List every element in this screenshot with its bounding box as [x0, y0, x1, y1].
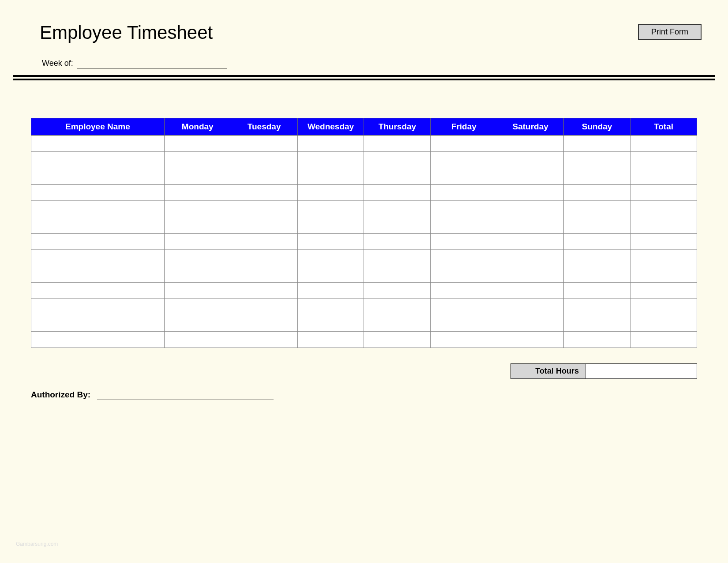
cell-input[interactable]: [366, 332, 428, 348]
cell-input[interactable]: [33, 299, 162, 315]
cell-input[interactable]: [366, 201, 428, 217]
cell-input[interactable]: [233, 152, 296, 168]
cell-input[interactable]: [499, 152, 562, 168]
cell-input[interactable]: [33, 168, 162, 184]
cell-input[interactable]: [233, 185, 296, 200]
cell-input[interactable]: [366, 283, 428, 299]
cell-input[interactable]: [233, 266, 296, 282]
cell-input[interactable]: [166, 332, 229, 348]
cell-input[interactable]: [432, 234, 495, 249]
cell-input[interactable]: [33, 283, 162, 299]
cell-input[interactable]: [33, 201, 162, 217]
cell-input[interactable]: [233, 283, 296, 299]
cell-input[interactable]: [300, 332, 362, 348]
cell-input[interactable]: [366, 234, 428, 249]
cell-input[interactable]: [366, 217, 428, 233]
cell-input[interactable]: [166, 217, 229, 233]
cell-input[interactable]: [499, 299, 562, 315]
cell-input[interactable]: [632, 332, 695, 348]
cell-input[interactable]: [366, 266, 428, 282]
cell-input[interactable]: [499, 250, 562, 266]
cell-input[interactable]: [33, 152, 162, 168]
cell-input[interactable]: [300, 136, 362, 151]
cell-input[interactable]: [499, 266, 562, 282]
cell-input[interactable]: [300, 234, 362, 249]
cell-input[interactable]: [33, 217, 162, 233]
cell-input[interactable]: [366, 185, 428, 200]
cell-input[interactable]: [632, 250, 695, 266]
cell-input[interactable]: [300, 201, 362, 217]
cell-input[interactable]: [499, 185, 562, 200]
cell-input[interactable]: [233, 299, 296, 315]
cell-input[interactable]: [366, 152, 428, 168]
cell-input[interactable]: [366, 250, 428, 266]
authorized-by-input[interactable]: [97, 390, 274, 400]
cell-input[interactable]: [166, 299, 229, 315]
cell-input[interactable]: [166, 266, 229, 282]
cell-input[interactable]: [233, 315, 296, 331]
cell-input[interactable]: [499, 283, 562, 299]
cell-input[interactable]: [233, 234, 296, 249]
cell-input[interactable]: [499, 234, 562, 249]
cell-input[interactable]: [566, 168, 628, 184]
cell-input[interactable]: [300, 315, 362, 331]
cell-input[interactable]: [632, 299, 695, 315]
cell-input[interactable]: [432, 266, 495, 282]
cell-input[interactable]: [166, 185, 229, 200]
cell-input[interactable]: [300, 283, 362, 299]
cell-input[interactable]: [33, 234, 162, 249]
cell-input[interactable]: [432, 185, 495, 200]
cell-input[interactable]: [432, 283, 495, 299]
cell-input[interactable]: [233, 201, 296, 217]
cell-input[interactable]: [432, 299, 495, 315]
cell-input[interactable]: [166, 315, 229, 331]
print-form-button[interactable]: Print Form: [638, 24, 702, 40]
cell-input[interactable]: [566, 201, 628, 217]
cell-input[interactable]: [300, 266, 362, 282]
cell-input[interactable]: [33, 136, 162, 151]
cell-input[interactable]: [499, 201, 562, 217]
cell-input[interactable]: [233, 332, 296, 348]
cell-input[interactable]: [432, 250, 495, 266]
cell-input[interactable]: [166, 152, 229, 168]
cell-input[interactable]: [566, 152, 628, 168]
cell-input[interactable]: [233, 250, 296, 266]
cell-input[interactable]: [233, 168, 296, 184]
cell-input[interactable]: [632, 315, 695, 331]
cell-input[interactable]: [566, 266, 628, 282]
cell-input[interactable]: [632, 201, 695, 217]
total-hours-input[interactable]: [590, 367, 692, 376]
cell-input[interactable]: [499, 136, 562, 151]
cell-input[interactable]: [632, 266, 695, 282]
cell-input[interactable]: [499, 168, 562, 184]
cell-input[interactable]: [366, 315, 428, 331]
cell-input[interactable]: [566, 185, 628, 200]
cell-input[interactable]: [566, 217, 628, 233]
cell-input[interactable]: [432, 217, 495, 233]
cell-input[interactable]: [566, 332, 628, 348]
cell-input[interactable]: [632, 234, 695, 249]
cell-input[interactable]: [566, 315, 628, 331]
cell-input[interactable]: [166, 234, 229, 249]
cell-input[interactable]: [233, 136, 296, 151]
cell-input[interactable]: [33, 185, 162, 200]
cell-input[interactable]: [166, 168, 229, 184]
cell-input[interactable]: [33, 315, 162, 331]
cell-input[interactable]: [166, 136, 229, 151]
cell-input[interactable]: [166, 250, 229, 266]
cell-input[interactable]: [366, 136, 428, 151]
cell-input[interactable]: [300, 185, 362, 200]
cell-input[interactable]: [33, 266, 162, 282]
cell-input[interactable]: [566, 136, 628, 151]
cell-input[interactable]: [632, 283, 695, 299]
cell-input[interactable]: [499, 332, 562, 348]
week-of-input[interactable]: [77, 59, 227, 68]
cell-input[interactable]: [632, 136, 695, 151]
cell-input[interactable]: [632, 185, 695, 200]
cell-input[interactable]: [432, 201, 495, 217]
cell-input[interactable]: [300, 299, 362, 315]
cell-input[interactable]: [300, 250, 362, 266]
cell-input[interactable]: [300, 168, 362, 184]
cell-input[interactable]: [632, 152, 695, 168]
cell-input[interactable]: [499, 315, 562, 331]
